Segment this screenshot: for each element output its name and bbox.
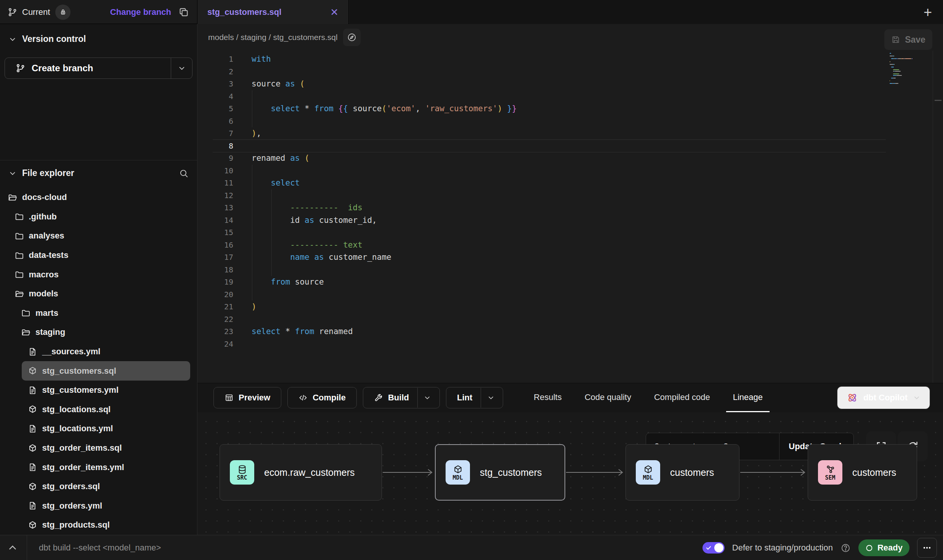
lint-button[interactable]: Lint bbox=[446, 387, 503, 408]
command-input[interactable]: dbt build --select <model_name> bbox=[39, 535, 161, 560]
tree-item-staging[interactable]: staging bbox=[0, 323, 197, 342]
create-branch-button[interactable]: Create branch bbox=[5, 58, 192, 79]
tree-item-label: stg_customers.yml bbox=[42, 385, 119, 395]
tree-item-marts[interactable]: marts bbox=[0, 304, 197, 323]
top-header: Current Change branch stg_customers.sql … bbox=[0, 0, 943, 24]
tree-item-label: staging bbox=[35, 327, 65, 337]
doc-icon bbox=[28, 424, 37, 434]
lineage-canvas[interactable]: 2+stg_customers+2 Update Graph SRCecom.r… bbox=[197, 412, 943, 535]
file-explorer-header[interactable]: File explorer bbox=[0, 160, 197, 178]
circle-status-icon bbox=[865, 544, 873, 552]
status-badge[interactable]: Ready bbox=[858, 539, 909, 556]
lineage-node-customers[interactable]: MDLcustomers bbox=[625, 444, 739, 501]
build-dropdown[interactable] bbox=[417, 388, 437, 408]
scrollbar-thumb[interactable] bbox=[935, 100, 941, 101]
cube-icon bbox=[28, 443, 37, 453]
tree-item-label: docs-cloud bbox=[22, 192, 67, 202]
breadcrumb-bar: models / staging / stg_customers.sql bbox=[197, 24, 943, 51]
tree-item-label: stg_customers.sql bbox=[42, 366, 116, 376]
chevron-up-icon[interactable] bbox=[7, 542, 18, 554]
tree-item-stg-customers-sql[interactable]: stg_customers.sql bbox=[22, 361, 191, 381]
minimap[interactable] bbox=[890, 53, 926, 86]
line-number: 9 bbox=[197, 154, 233, 163]
build-button[interactable]: Build bbox=[363, 387, 440, 408]
tree-item--github[interactable]: .github bbox=[0, 207, 197, 227]
tree-item-data-tests[interactable]: data-tests bbox=[0, 246, 197, 265]
save-icon bbox=[891, 35, 900, 44]
help-icon[interactable] bbox=[840, 543, 851, 553]
tree-item-analyses[interactable]: analyses bbox=[0, 226, 197, 246]
folder-open-icon bbox=[8, 193, 17, 202]
tree-item-stg-order-items-yml[interactable]: stg_order_items.yml bbox=[0, 458, 197, 477]
line-number: 18 bbox=[197, 265, 233, 274]
editor-tab-stg-customers[interactable]: stg_customers.sql ✕ bbox=[197, 0, 349, 24]
create-branch-dropdown[interactable] bbox=[171, 58, 192, 78]
save-button[interactable]: Save bbox=[884, 29, 932, 50]
code-line: 10 bbox=[197, 165, 943, 177]
lineage-node-ecom-raw-customers[interactable]: SRCecom.raw_customers bbox=[220, 444, 382, 501]
lineage-node-label: customers bbox=[670, 467, 714, 478]
panel-tab-results[interactable]: Results bbox=[527, 383, 568, 412]
tree-item-stg-products-sql[interactable]: stg_products.sql bbox=[0, 515, 197, 535]
code-line: 9renamed as ( bbox=[197, 152, 943, 165]
preview-button[interactable]: Preview bbox=[213, 387, 281, 408]
close-tab-icon[interactable]: ✕ bbox=[330, 7, 338, 17]
tree-item-stg-order-items-sql[interactable]: stg_order_items.sql bbox=[0, 438, 197, 458]
editor-scrollbar[interactable] bbox=[933, 51, 933, 383]
tree-item-label: data-tests bbox=[29, 250, 69, 260]
defer-toggle[interactable] bbox=[702, 542, 725, 554]
tree-item-label: stg_locations.yml bbox=[42, 424, 113, 434]
lineage-edge-arrow bbox=[740, 467, 807, 477]
doc-icon bbox=[28, 462, 37, 472]
dbt-copilot-button[interactable]: dbt Copilot bbox=[837, 386, 930, 409]
tree-item-label: .github bbox=[29, 212, 57, 222]
panel-tab-code-quality[interactable]: Code quality bbox=[578, 383, 638, 412]
lineage-node-stg-customers[interactable]: MDLstg_customers bbox=[435, 444, 565, 501]
tree-item-models[interactable]: models bbox=[0, 284, 197, 304]
lint-dropdown[interactable] bbox=[481, 388, 500, 408]
tree-item-docs-cloud[interactable]: docs-cloud bbox=[0, 188, 197, 207]
line-content: ---------- text bbox=[252, 240, 362, 250]
folder-open-icon bbox=[14, 289, 24, 299]
line-number: 8 bbox=[197, 141, 233, 150]
tree-item-label: stg_locations.sql bbox=[42, 405, 111, 414]
line-number: 13 bbox=[197, 203, 233, 212]
new-tab-button[interactable]: + bbox=[919, 4, 936, 21]
change-branch-link[interactable]: Change branch bbox=[110, 7, 171, 17]
line-content: with bbox=[252, 54, 271, 64]
panel-tab-compiled-code[interactable]: Compiled code bbox=[647, 383, 717, 412]
line-number: 7 bbox=[197, 129, 233, 138]
code-line: 13 ---------- ids bbox=[197, 202, 943, 214]
code-editor[interactable]: 1with23source as (45 select * from {{ so… bbox=[197, 51, 943, 383]
create-branch-main[interactable]: Create branch bbox=[5, 63, 171, 74]
file-explorer-title: File explorer bbox=[22, 168, 74, 178]
line-number: 1 bbox=[197, 54, 233, 64]
tree-item-stg-orders-yml[interactable]: stg_orders.yml bbox=[0, 496, 197, 516]
line-content: id as customer_id, bbox=[252, 216, 377, 225]
tree-item-macros[interactable]: macros bbox=[0, 265, 197, 284]
more-options-button[interactable] bbox=[917, 538, 937, 558]
line-number: 23 bbox=[197, 327, 233, 336]
copy-icon[interactable] bbox=[178, 6, 189, 18]
search-icon[interactable] bbox=[179, 168, 189, 178]
tree-item-stg-customers-yml[interactable]: stg_customers.yml bbox=[0, 381, 197, 400]
line-number: 17 bbox=[197, 253, 233, 262]
panel-tab-lineage[interactable]: Lineage bbox=[726, 383, 770, 412]
branch-bar: Current Change branch bbox=[0, 0, 197, 24]
version-control-header[interactable]: Version control bbox=[0, 24, 197, 44]
tree-item--sources-yml[interactable]: __sources.yml bbox=[0, 342, 197, 362]
doc-icon bbox=[28, 347, 37, 357]
file-actions-button[interactable] bbox=[343, 29, 361, 46]
folder-icon bbox=[21, 308, 30, 318]
current-branch-label: Current bbox=[22, 7, 50, 17]
table-icon bbox=[225, 393, 234, 402]
sidebar: Version control Create branch File explo… bbox=[0, 24, 197, 535]
lineage-node-customers[interactable]: SEMcustomers bbox=[808, 444, 917, 501]
compile-button[interactable]: Compile bbox=[287, 387, 357, 408]
line-number: 12 bbox=[197, 191, 233, 200]
tree-item-stg-locations-yml[interactable]: stg_locations.yml bbox=[0, 419, 197, 438]
code-line: 14 id as customer_id, bbox=[197, 214, 943, 227]
tree-item-stg-orders-sql[interactable]: stg_orders.sql bbox=[0, 477, 197, 496]
tree-item-stg-locations-sql[interactable]: stg_locations.sql bbox=[0, 400, 197, 419]
version-control-title: Version control bbox=[22, 34, 86, 44]
